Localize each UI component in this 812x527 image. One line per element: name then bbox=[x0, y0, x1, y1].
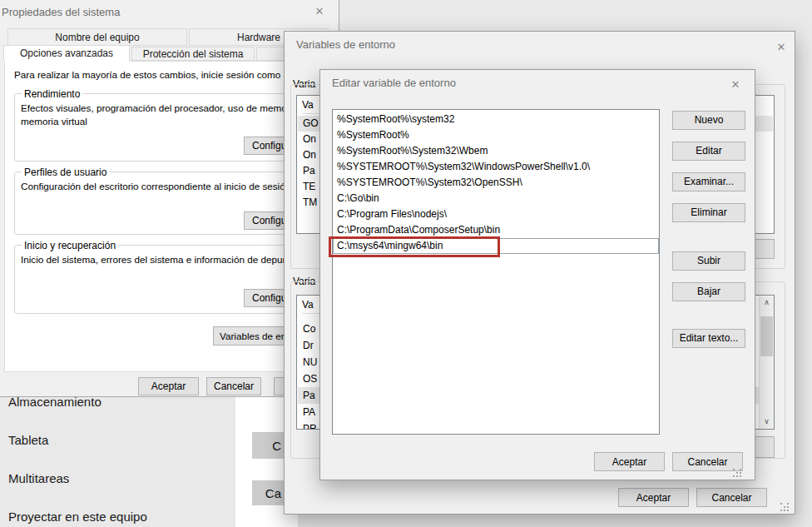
path-list-item[interactable]: %SYSTEMROOT%\System32\WindowsPowerShell\… bbox=[333, 159, 659, 175]
ok-button[interactable]: Aceptar bbox=[618, 488, 689, 507]
environment-variables-titlebar[interactable]: Variables de entorno bbox=[285, 32, 795, 57]
side-button[interactable]: Bajar bbox=[672, 282, 745, 301]
settings-sidebar: AlmacenamientoTabletaMultitareasProyecta… bbox=[8, 395, 233, 527]
group-label: Inicio y recuperación bbox=[22, 240, 118, 251]
resize-grip[interactable] bbox=[733, 469, 735, 470]
sidebar-item[interactable]: Proyectar en este equipo bbox=[8, 510, 233, 526]
group-label: Rendimiento bbox=[22, 88, 82, 100]
scrollbar-thumb[interactable] bbox=[760, 316, 773, 356]
annotation-box bbox=[329, 236, 500, 257]
path-list-item[interactable]: C:\Go\bin bbox=[333, 191, 659, 206]
path-list-item[interactable]: C:\Program Files\nodejs\ bbox=[333, 206, 659, 222]
close-icon[interactable]: ✕ bbox=[726, 77, 745, 93]
tab-proteccion-del-sistema[interactable]: Protección del sistema bbox=[131, 47, 255, 61]
sidebar-item[interactable]: Multitareas bbox=[8, 471, 233, 488]
desktop: C Ca AlmacenamientoTabletaMultitareasPro… bbox=[0, 0, 812, 527]
window-title: Variables de entorno bbox=[296, 38, 395, 51]
advanced-intro-text: Para realizar la mayoría de estos cambio… bbox=[14, 69, 309, 80]
sidebar-item[interactable]: Tableta bbox=[8, 433, 233, 450]
path-list-item[interactable]: %SystemRoot%\system32 bbox=[333, 112, 659, 127]
close-icon[interactable]: ✕ bbox=[310, 3, 329, 20]
sidebar-item[interactable]: Almacenamiento bbox=[8, 395, 233, 411]
tab-opciones-avanzadas[interactable]: Opciones avanzadas bbox=[3, 45, 130, 62]
side-button[interactable]: Nuevo bbox=[672, 111, 745, 130]
tab-nombre-del-equipo[interactable]: Nombre del equipo bbox=[7, 28, 187, 46]
side-button[interactable]: Subir bbox=[672, 251, 745, 271]
window-title: Editar variable de entorno bbox=[332, 77, 456, 89]
scroll-down-icon[interactable]: ∨ bbox=[760, 415, 774, 429]
cancel-button[interactable]: Cancelar bbox=[696, 488, 767, 507]
path-list-item[interactable]: %SystemRoot% bbox=[333, 127, 659, 143]
system-variables-scrollbar[interactable]: ∧ ∨ bbox=[759, 296, 774, 429]
path-list-item[interactable]: %SystemRoot%\System32\Wbem bbox=[333, 143, 659, 159]
group-description: Efectos visuales, programación del proce… bbox=[21, 102, 305, 128]
side-button[interactable]: Eliminar bbox=[672, 203, 745, 222]
system-properties-titlebar[interactable]: Propiedades del sistema ✕ bbox=[0, 0, 339, 24]
path-list-item[interactable]: %SYSTEMROOT%\System32\OpenSSH\ bbox=[333, 175, 659, 191]
window-title: Propiedades del sistema bbox=[2, 6, 120, 18]
resize-grip[interactable] bbox=[780, 503, 782, 505]
edit-variable-titlebar[interactable]: Editar variable de entorno bbox=[320, 70, 755, 95]
side-button[interactable]: Examinar... bbox=[672, 172, 745, 191]
side-button[interactable]: Editar bbox=[672, 142, 745, 161]
close-icon[interactable]: ✕ bbox=[772, 39, 790, 56]
side-button[interactable]: Editar texto... bbox=[672, 329, 745, 348]
path-listbox[interactable]: %SystemRoot%\system32%SystemRoot%%System… bbox=[332, 109, 660, 435]
ok-button[interactable]: Aceptar bbox=[138, 377, 199, 395]
ok-button[interactable]: Aceptar bbox=[594, 452, 665, 471]
edit-environment-variable-dialog: Editar variable de entorno ✕ %SystemRoot… bbox=[319, 69, 755, 480]
group-label: Perfiles de usuario bbox=[22, 167, 109, 178]
group-description: Configuración del escritorio correspondi… bbox=[21, 180, 290, 193]
scroll-up-icon[interactable]: ∧ bbox=[760, 296, 774, 310]
settings-partial-button-1[interactable]: C bbox=[252, 432, 284, 459]
cancel-button[interactable]: Cancelar bbox=[206, 377, 261, 395]
settings-partial-button-2[interactable]: Ca bbox=[252, 480, 284, 505]
group-description: Inicio del sistema, errores del sistema … bbox=[21, 253, 309, 266]
edit-dialog-button-column: NuevoEditarExaminar...EliminarSubirBajar… bbox=[672, 111, 745, 360]
